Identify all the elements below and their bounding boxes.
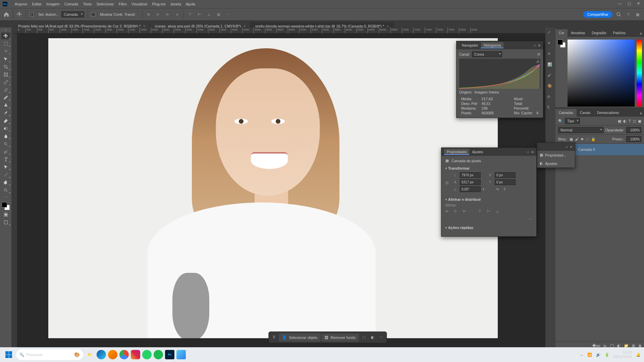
tab-navegador[interactable]: Navegador — [459, 42, 481, 49]
show-transform-checkbox[interactable] — [91, 12, 95, 16]
transform-icon[interactable]: ⬚ — [360, 334, 368, 342]
lock-pos-icon[interactable]: ✥ — [581, 137, 584, 141]
wifi-icon[interactable]: 📶 — [587, 353, 592, 357]
height-input[interactable]: 5317 px — [460, 179, 481, 185]
menu-ajuda[interactable]: Ajuda — [186, 2, 195, 6]
collapse-icon[interactable]: ›› — [534, 43, 536, 47]
workspace-icon[interactable]: ▦ — [635, 11, 641, 17]
close-icon[interactable]: ✕ — [637, 1, 640, 6]
collapse-icon[interactable]: ›› — [527, 150, 529, 154]
ctx-handle-icon[interactable]: ⠿ — [270, 334, 278, 342]
type-panel-icon[interactable]: A — [547, 95, 553, 101]
crop-tool[interactable] — [1, 63, 10, 70]
menu-plugins[interactable]: Plug-ins — [152, 2, 166, 6]
lock-paint-icon[interactable]: 🖌 — [575, 137, 579, 141]
brush-tool[interactable] — [1, 94, 10, 101]
menu-selecionar[interactable]: Selecionar — [97, 2, 114, 6]
align-hcenter-icon[interactable]: ⊩ — [454, 209, 460, 215]
menu-arquivo[interactable]: Arquivo — [15, 2, 27, 6]
shape-tool[interactable] — [1, 171, 10, 178]
character-panel-icon[interactable]: ✦ — [547, 41, 553, 47]
frame-tool[interactable] — [1, 71, 10, 78]
tab-histograma[interactable]: Histograma — [481, 42, 503, 48]
history-brush-tool[interactable] — [1, 110, 10, 116]
share-button[interactable]: Compartilhar — [583, 11, 612, 18]
layer-name[interactable]: Camada 0 — [578, 147, 595, 152]
screen-mode-icon[interactable] — [1, 219, 10, 226]
zoom-tool[interactable] — [1, 187, 10, 193]
filter-type-icon[interactable]: T — [629, 119, 631, 123]
blend-mode-dropdown[interactable]: Normal — [558, 127, 603, 133]
explorer-icon[interactable]: 📁 — [85, 350, 95, 359]
align-right-icon[interactable]: ⊨ — [165, 11, 171, 17]
minimize-icon[interactable]: — — [618, 1, 622, 6]
ruler-vertical[interactable] — [11, 34, 17, 350]
spotify-icon[interactable] — [154, 350, 163, 359]
lock-icon[interactable]: 🔒 — [591, 137, 596, 141]
align-bottom-icon[interactable]: ⊥ — [496, 209, 502, 215]
tray-chevron-icon[interactable]: ˄ — [574, 353, 576, 357]
align-top-icon[interactable]: ⊤ — [478, 209, 484, 215]
dodge-tool[interactable] — [1, 140, 10, 147]
width-input[interactable]: 7976 px — [460, 172, 481, 178]
panel-grip-icon[interactable]: ⠿ — [2, 29, 9, 32]
warning-icon[interactable]: ⚠ — [536, 59, 540, 64]
transform-panel-icon[interactable]: ⤢ — [547, 30, 553, 36]
menu-visualizar[interactable]: Visualizar — [131, 2, 148, 6]
move-tool-icon[interactable] — [16, 11, 22, 17]
section-quick-actions[interactable]: Ações rápidas — [445, 226, 532, 230]
fill-input[interactable]: 100% — [626, 136, 641, 142]
lasso-tool[interactable] — [1, 48, 10, 55]
tab-propriedades[interactable]: Propriedades — [444, 149, 469, 155]
section-align[interactable]: Alinhar e distribuir — [445, 197, 532, 201]
menu-janela[interactable]: Janela — [170, 2, 181, 6]
filter-adjust-icon[interactable]: ◐ — [623, 119, 627, 123]
panel-menu-icon[interactable]: ≡ — [538, 43, 540, 47]
menu-filtro[interactable]: Filtro — [119, 2, 127, 6]
remove-background-button[interactable]: 🖼Remover fundo — [321, 334, 359, 342]
clock[interactable]: 15:5006/03/2024 — [613, 350, 632, 359]
eraser-tool[interactable] — [1, 117, 10, 124]
filter-kind-dropdown[interactable]: Tipo — [565, 118, 580, 124]
filter-pixel-icon[interactable]: ▦ — [618, 119, 621, 123]
battery-icon[interactable]: 🔋 — [605, 353, 609, 357]
blur-tool[interactable] — [1, 133, 10, 139]
panel-menu-icon[interactable]: ≡ — [532, 150, 534, 154]
tab-demarcadores[interactable]: Demarcadores — [594, 109, 623, 117]
menu-imagem[interactable]: Imagem — [46, 2, 60, 6]
align-vcenter-icon[interactable]: ⊢ — [487, 209, 493, 215]
notifications-icon[interactable]: 🔔 — [636, 353, 641, 357]
opacity-input[interactable]: 100% — [626, 127, 641, 133]
document-canvas[interactable] — [48, 38, 498, 338]
instagram-icon[interactable] — [131, 350, 140, 359]
type-tool[interactable] — [1, 156, 10, 163]
3d-mode-icon[interactable]: ⊞ — [215, 11, 221, 17]
lock-nest-icon[interactable]: ⬚ — [586, 137, 589, 141]
stamp-tool[interactable] — [1, 102, 10, 109]
link-wh-icon[interactable]: ⊟ — [445, 181, 448, 185]
x-input[interactable]: 0 px — [495, 172, 516, 178]
hand-tool[interactable] — [1, 179, 10, 186]
select-subject-button[interactable]: 👤Selecionar objeto — [279, 333, 321, 342]
align-left-icon[interactable]: ⊫ — [146, 11, 152, 17]
quick-select-tool[interactable] — [1, 56, 10, 62]
maximize-icon[interactable]: ▢ — [628, 1, 631, 6]
align-left-icon[interactable]: ⊫ — [445, 209, 451, 215]
channel-dropdown[interactable]: Cores — [472, 51, 502, 57]
color-field[interactable] — [568, 40, 635, 107]
tab-canais[interactable]: Canais — [577, 109, 594, 117]
align-top-icon[interactable]: ⊤ — [187, 11, 193, 17]
close-icon[interactable]: × — [570, 145, 572, 149]
path-select-tool[interactable] — [1, 164, 10, 170]
more-icon[interactable]: ⋯ — [377, 334, 385, 342]
sel-autom-checkbox[interactable] — [30, 12, 34, 16]
pen-tool[interactable] — [1, 148, 10, 155]
gradient-tool[interactable] — [1, 125, 10, 132]
more-options-icon[interactable]: ⋯ — [225, 11, 231, 17]
home-icon[interactable] — [3, 11, 9, 17]
histogram-panel-icon[interactable]: 📊 — [547, 62, 553, 68]
search-icon[interactable]: 🔍 — [558, 119, 563, 123]
hue-slider[interactable] — [637, 40, 642, 107]
distribute-icon[interactable]: ≡ — [174, 11, 180, 17]
panel-menu-icon[interactable]: ≡ — [638, 110, 644, 117]
